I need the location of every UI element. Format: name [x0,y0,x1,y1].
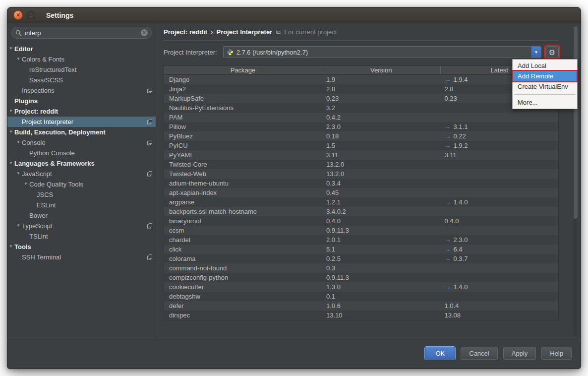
apply-button[interactable]: Apply [503,347,536,360]
package-row[interactable]: PyYAML 3.11 3.11 [164,150,558,160]
package-name: Nautilus-PyExtensions [164,104,322,112]
package-row[interactable]: MarkupSafe 0.23 0.23 [164,94,558,103]
package-row[interactable]: Pillow 2.3.0 → 3.1.1 [164,122,558,131]
sidebar-item-bower[interactable]: ▼ Bower [7,210,156,221]
upgrade-arrow-icon: → [445,132,451,140]
chevron-down-icon[interactable]: ▼ [15,57,22,61]
sidebar-item-plugins[interactable]: ▼ Plugins [7,96,156,106]
package-name: adium-theme-ubuntu [164,180,322,187]
chevron-down-icon[interactable]: ▼ [15,171,22,176]
sidebar-item-sass-scss[interactable]: ▼ Sass/SCSS [7,75,156,85]
dialog-footer: OK Cancel Apply Help [7,340,581,369]
package-version: 0.4.2 [322,114,440,121]
sidebar-item-project-reddit[interactable]: ▼ Project: reddit [7,106,156,117]
package-row[interactable]: PAM 0.4.2 [164,113,558,122]
menu-item-create-virtualenv[interactable]: Create VirtualEnv [513,81,577,92]
column-header-package[interactable]: Package [164,66,322,74]
package-row[interactable]: PyICU 1.5 → 1.9.2 [164,141,558,150]
chevron-down-icon[interactable]: ▼ [7,129,14,134]
package-row[interactable]: PyBluez 0.18 → 0.22 [164,131,558,141]
sidebar-item-tools[interactable]: ▼ Tools [7,242,156,252]
sidebar-item-languages-frameworks[interactable]: ▼ Languages & Frameworks [7,158,156,169]
ok-button[interactable]: OK [425,347,455,360]
sidebar-item-console[interactable]: ▼ Console [7,137,156,148]
menu-item-more[interactable]: More... [513,97,577,108]
package-name: chardet [164,236,322,244]
sidebar-item-jscs[interactable]: ▼ JSCS [7,189,156,200]
chevron-down-icon[interactable]: ▼ [7,109,14,113]
menu-item-add-remote[interactable]: Add Remote [513,71,577,81]
package-row[interactable]: defer 1.0.6 1.0.4 [164,301,558,311]
package-row[interactable]: dirspec 13.10 13.08 [164,311,558,320]
package-row[interactable]: command-not-found 0.3 [164,263,558,273]
breadcrumb-separator: › [211,28,213,36]
maximize-button[interactable] [27,11,35,19]
package-name: dirspec [164,312,322,319]
package-name: PyICU [164,142,322,149]
package-name: defer [164,302,322,310]
package-row[interactable]: chardet 2.0.1 → 2.3.0 [164,235,558,245]
sidebar-item-tslint[interactable]: ▼ TSLint [7,231,156,242]
chevron-down-icon[interactable]: ▼ [7,244,14,249]
package-name: click [164,246,322,253]
package-row[interactable]: cookiecutter 1.3.0 → 1.4.0 [164,282,558,292]
package-row[interactable]: ccsm 0.9.11.3 [164,226,558,235]
sidebar-item-python-console[interactable]: ▼ Python Console [7,148,156,158]
clear-search-icon[interactable]: ✕ [141,29,148,36]
search-input[interactable]: interp [25,29,138,37]
sidebar-item-editor[interactable]: ▼ Editor [7,44,156,54]
package-row[interactable]: Twisted-Core 13.2.0 [164,160,558,169]
package-version: 2.0.1 [322,236,440,244]
package-version: 5.1 [322,246,440,253]
package-row[interactable]: binaryornot 0.4.0 0.4.0 [164,216,558,226]
cancel-button[interactable]: Cancel [461,347,497,360]
chevron-down-icon[interactable]: ▼ [22,182,29,186]
chevron-down-icon[interactable]: ▼ [7,46,14,51]
chevron-down-icon[interactable]: ▼ [15,223,22,228]
chevron-down-icon[interactable]: ▼ [7,161,14,165]
column-header-version[interactable]: Version [322,66,440,74]
close-button[interactable]: ✕ [13,10,23,20]
sidebar-item-code-quality-tools[interactable]: ▼ Code Quality Tools [7,179,156,189]
package-row[interactable]: Nautilus-PyExtensions 3.2 [164,103,558,113]
sidebar-item-inspections[interactable]: ▼ Inspections [7,85,156,96]
package-row[interactable]: Twisted-Web 13.2.0 [164,169,558,179]
scrollbar-thumb[interactable] [574,26,578,219]
interpreter-settings-gear-button[interactable]: ⚙ [545,46,559,58]
sidebar-item-eslint[interactable]: ▼ ESLint [7,200,156,210]
interpreter-combobox[interactable]: 2.7.6 (/usr/bin/python2.7) ▼ [223,46,541,58]
package-row[interactable]: Django 1.9 → 1.9.4 [164,75,558,84]
tree-item-label: Inspections [22,87,55,94]
titlebar[interactable]: ✕ Settings [7,7,581,23]
combo-dropdown-arrow-icon[interactable]: ▼ [531,47,541,58]
package-row[interactable]: debtagshw 0.1 [164,292,558,301]
chevron-down-icon[interactable]: ▼ [15,140,22,144]
sidebar-item-project-interpreter[interactable]: ▼ Project Interpreter [7,117,156,127]
latest-version: 1.9.2 [454,142,468,149]
python-logo-icon [227,49,234,56]
settings-search-box[interactable]: interp ✕ [11,27,152,39]
package-row[interactable]: click 5.1 → 6.4 [164,245,558,254]
sidebar-item-ssh-terminal[interactable]: ▼ SSH Terminal [7,252,156,262]
package-row[interactable]: backports.ssl-match-hostname 3.4.0.2 [164,207,558,216]
help-button[interactable]: Help [541,347,572,360]
sidebar-item-build-execution-deployment[interactable]: ▼ Build, Execution, Deployment [7,127,156,137]
upgrade-arrow-icon: → [445,198,451,206]
sidebar-item-javascript[interactable]: ▼ JavaScript [7,169,156,179]
package-name: Django [164,76,322,83]
sidebar-item-typescript[interactable]: ▼ TypeScript [7,221,156,231]
package-row[interactable]: argparse 1.2.1 → 1.4.0 [164,197,558,207]
package-row[interactable]: colorama 0.2.5 → 0.3.7 [164,254,558,263]
sidebar-item-colors-fonts[interactable]: ▼ Colors & Fonts [7,54,156,64]
package-version: 13.2.0 [322,170,440,178]
non-default-settings-icon [147,140,152,145]
non-default-settings-icon [147,88,152,93]
package-row[interactable]: apt-xapian-index 0.45 [164,188,558,197]
package-version: 0.1 [322,293,440,300]
package-version: 2.8 [322,85,440,93]
package-row[interactable]: compizconfig-python 0.9.11.3 [164,273,558,282]
package-row[interactable]: adium-theme-ubuntu 0.3.4 [164,179,558,188]
sidebar-item-restructuredtext[interactable]: ▼ reStructuredText [7,64,156,75]
package-row[interactable]: Jinja2 2.8 2.8 [164,84,558,94]
menu-item-add-local[interactable]: Add Local [513,61,577,71]
